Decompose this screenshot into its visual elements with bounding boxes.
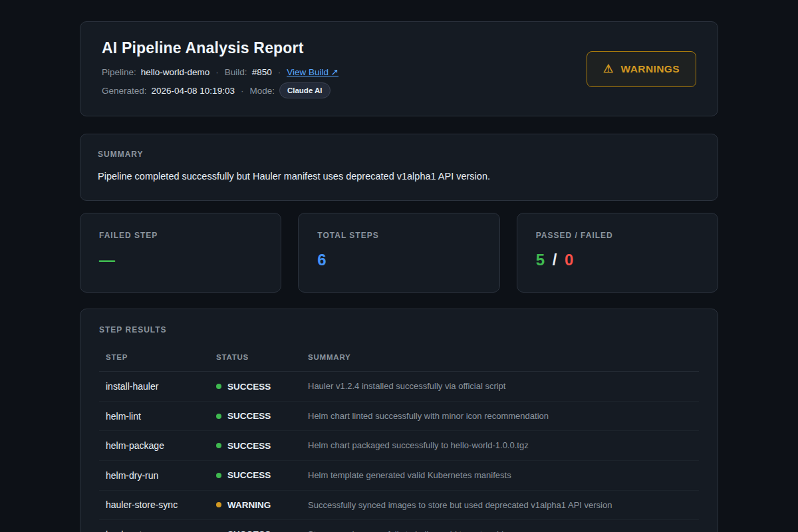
page-title: AI Pipeline Analysis Report xyxy=(102,39,338,57)
warnings-status-label: WARNINGS xyxy=(621,63,680,75)
table-row: hauler-store-sync WARNING Successfully s… xyxy=(99,491,699,521)
passed-failed-label: PASSED / FAILED xyxy=(536,231,699,240)
step-results-card: STEP RESULTS STEP STATUS SUMMARY install… xyxy=(80,309,718,532)
slash-separator: / xyxy=(553,251,557,269)
pipeline-value: hello-world-demo xyxy=(141,67,210,77)
table-row: helm-package SUCCESS Helm chart packaged… xyxy=(99,431,699,461)
table-row: install-hauler SUCCESS Hauler v1.2.4 ins… xyxy=(99,372,699,402)
warning-icon: ⚠ xyxy=(603,63,614,74)
step-summary: Store saved successfully to hello-world.… xyxy=(308,529,692,532)
failed-count: 0 xyxy=(565,251,573,269)
status-cell: SUCCESS xyxy=(216,529,308,532)
status-label: SUCCESS xyxy=(227,529,271,532)
passed-count: 5 xyxy=(536,251,545,269)
step-name: hauler-store-sync xyxy=(106,499,216,510)
status-cell: WARNING xyxy=(216,500,308,510)
status-label: SUCCESS xyxy=(227,441,271,451)
column-header-status: STATUS xyxy=(216,353,308,361)
dot-separator: · xyxy=(241,86,244,96)
mode-label: Mode: xyxy=(249,86,275,96)
dot-separator: · xyxy=(215,67,219,77)
total-steps-value: 6 xyxy=(317,252,480,268)
build-label: Build: xyxy=(225,67,247,77)
report-header-card: AI Pipeline Analysis Report Pipeline: he… xyxy=(80,21,718,116)
status-dot-icon xyxy=(216,443,221,448)
step-summary: Helm chart packaged successfully to hell… xyxy=(308,440,692,452)
table-row: hauler-store-save SUCCESS Store saved su… xyxy=(99,520,699,532)
step-results-table: STEP STATUS SUMMARY install-hauler SUCCE… xyxy=(99,346,699,532)
view-build-link[interactable]: View Build ↗ xyxy=(287,66,338,77)
failed-step-card: FAILED STEP — xyxy=(80,213,281,293)
status-label: SUCCESS xyxy=(227,470,271,480)
generated-label: Generated: xyxy=(102,86,147,96)
column-header-step: STEP xyxy=(106,353,216,361)
mode-badge: Claude AI xyxy=(279,82,331,98)
passed-failed-card: PASSED / FAILED 5 / 0 xyxy=(517,213,718,293)
status-dot-icon xyxy=(216,502,221,507)
total-steps-card: TOTAL STEPS 6 xyxy=(298,213,499,293)
stats-row: FAILED STEP — TOTAL STEPS 6 PASSED / FAI… xyxy=(80,213,718,293)
step-name: hauler-store-save xyxy=(106,529,216,532)
step-summary: Successfully synced images to store but … xyxy=(308,499,692,511)
step-summary: Helm template generated valid Kubernetes… xyxy=(308,469,692,481)
table-row: helm-dry-run SUCCESS Helm template gener… xyxy=(99,461,699,491)
status-cell: SUCCESS xyxy=(216,411,308,421)
build-value: #850 xyxy=(252,67,272,77)
step-summary: Helm chart linted successfully with mino… xyxy=(308,410,692,422)
status-cell: SUCCESS xyxy=(216,382,308,392)
summary-heading: SUMMARY xyxy=(98,150,700,159)
step-summary: Hauler v1.2.4 installed successfully via… xyxy=(308,380,692,392)
summary-text: Pipeline completed successfully but Haul… xyxy=(98,170,700,183)
column-header-summary: SUMMARY xyxy=(308,353,692,361)
failed-step-label: FAILED STEP xyxy=(99,231,262,240)
generated-meta-line: Generated: 2026-04-08 10:19:03 · Mode: C… xyxy=(102,82,338,98)
passed-failed-value: 5 / 0 xyxy=(536,252,699,268)
failed-step-value: — xyxy=(99,252,262,268)
status-label: SUCCESS xyxy=(227,382,271,392)
status-label: WARNING xyxy=(227,500,271,510)
status-cell: SUCCESS xyxy=(216,441,308,451)
step-name: install-hauler xyxy=(106,381,216,392)
pipeline-label: Pipeline: xyxy=(102,67,136,77)
status-dot-icon xyxy=(216,384,221,389)
status-cell: SUCCESS xyxy=(216,470,308,480)
step-name: helm-package xyxy=(106,440,216,451)
step-results-heading: STEP RESULTS xyxy=(99,325,699,334)
total-steps-label: TOTAL STEPS xyxy=(317,231,480,240)
step-name: helm-dry-run xyxy=(106,470,216,481)
report-header-info: AI Pipeline Analysis Report Pipeline: he… xyxy=(102,39,338,98)
summary-card: SUMMARY Pipeline completed successfully … xyxy=(80,134,718,201)
pipeline-meta-line: Pipeline: hello-world-demo · Build: #850… xyxy=(102,66,338,77)
dot-separator: · xyxy=(278,67,281,77)
report-page: AI Pipeline Analysis Report Pipeline: he… xyxy=(80,0,718,532)
status-dot-icon xyxy=(216,473,221,478)
table-row: helm-lint SUCCESS Helm chart linted succ… xyxy=(99,402,699,432)
warnings-status-button[interactable]: ⚠ WARNINGS xyxy=(587,51,696,87)
status-dot-icon xyxy=(216,414,221,419)
status-label: SUCCESS xyxy=(227,411,271,421)
step-name: helm-lint xyxy=(106,411,216,422)
table-header-row: STEP STATUS SUMMARY xyxy=(99,346,699,372)
generated-value: 2026-04-08 10:19:03 xyxy=(152,86,235,96)
